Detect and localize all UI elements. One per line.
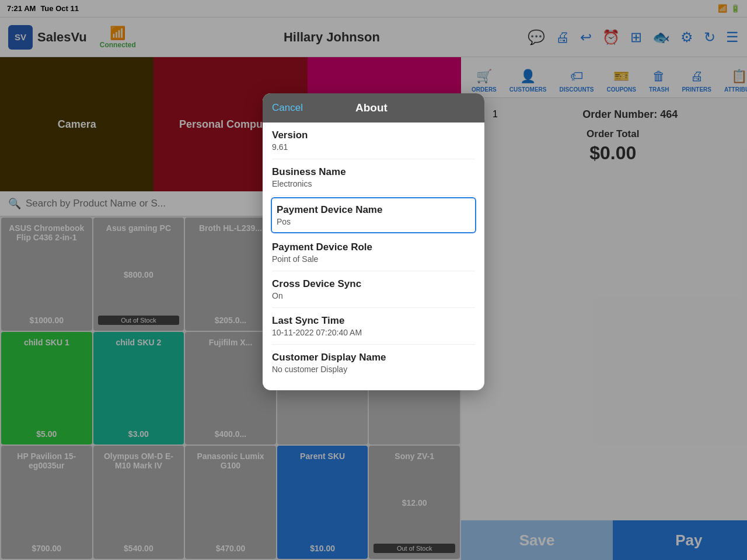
about-row: Cross Device SyncOn	[272, 271, 475, 308]
about-row-value: 9.61	[272, 142, 475, 152]
modal-body: Version9.61Business NameElectronicsPayme…	[263, 123, 484, 390]
about-row: Last Sync Time10-11-2022 07:20:40 AM	[272, 308, 475, 345]
about-row-label: Version	[272, 130, 475, 141]
about-row-label: Last Sync Time	[272, 315, 475, 327]
about-row-value: Point of Sale	[272, 254, 475, 264]
modal-overlay: Cancel About Version9.61Business NameEle…	[0, 0, 747, 560]
about-row: Payment Device NamePos	[271, 197, 476, 233]
about-row-value: Pos	[277, 217, 470, 226]
about-row: Customer Display NameNo customer Display	[272, 345, 475, 381]
about-row-label: Payment Device Role	[272, 242, 475, 253]
about-modal: Cancel About Version9.61Business NameEle…	[263, 93, 484, 390]
about-row-value: 10-11-2022 07:20:40 AM	[272, 328, 475, 337]
modal-title: About	[303, 102, 440, 114]
about-row: Payment Device RolePoint of Sale	[272, 235, 475, 271]
about-row-label: Customer Display Name	[272, 352, 475, 363]
about-row: Version9.61	[272, 123, 475, 159]
about-row-value: Electronics	[272, 179, 475, 188]
about-row-value: On	[272, 291, 475, 300]
modal-header: Cancel About	[263, 93, 484, 123]
modal-cancel-button[interactable]: Cancel	[272, 102, 303, 114]
about-row-value: No customer Display	[272, 365, 475, 374]
about-row-label: Business Name	[272, 166, 475, 178]
about-row-label: Cross Device Sync	[272, 278, 475, 290]
about-row: Business NameElectronics	[272, 159, 475, 196]
about-row-label: Payment Device Name	[277, 204, 470, 216]
